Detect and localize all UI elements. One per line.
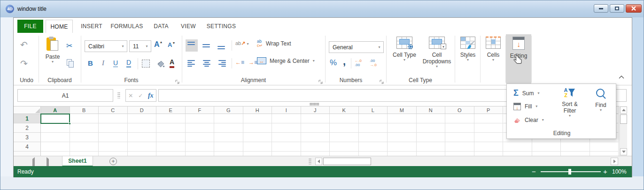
align-right-button[interactable] [216, 57, 228, 69]
grid-cell-F1[interactable] [186, 114, 215, 123]
enter-icon[interactable]: ✓ [138, 92, 143, 99]
alignment-dialog-launcher[interactable] [318, 78, 323, 83]
tab-settings[interactable]: SETTINGS [204, 20, 238, 33]
grid-cell-G2[interactable] [214, 123, 243, 133]
grid-cell-K[interactable] [330, 152, 359, 156]
paste-button[interactable]: Paste ▾ [42, 37, 63, 64]
grid-cell-M2[interactable] [388, 123, 417, 133]
merge-center-button[interactable]: ↔ Merge & Center ▾ [257, 57, 315, 64]
redo-button[interactable]: ↷ [20, 58, 28, 69]
grid-cell-M3[interactable] [388, 133, 417, 142]
grid-cell-J1[interactable] [301, 114, 330, 123]
grid-cell-I4[interactable] [272, 142, 301, 152]
cancel-icon[interactable]: ✕ [128, 92, 133, 99]
shrink-font-button[interactable]: A▼ [168, 41, 175, 48]
grid-cell-P4[interactable] [474, 142, 504, 152]
grid-cell-M[interactable] [388, 152, 417, 156]
grid-cell-J4[interactable] [301, 142, 330, 152]
grid-cell-A2[interactable] [41, 123, 70, 133]
tab-file[interactable]: FILE [17, 20, 43, 33]
cell-dropdowns-button[interactable]: ▾ Cell Dropdowns ▾ [421, 37, 452, 68]
grid-cell-H2[interactable] [243, 123, 272, 133]
grid-cell-D4[interactable] [128, 142, 157, 152]
grid-cell-N2[interactable] [417, 123, 446, 133]
grid-cell-E4[interactable] [156, 142, 186, 152]
grid-cell-I[interactable] [272, 152, 301, 156]
grid-cell-Q[interactable] [503, 152, 532, 156]
column-header-D[interactable]: D [128, 106, 157, 114]
font-size-combo[interactable]: 11 ▾ [129, 40, 151, 52]
row-header-partial[interactable] [14, 152, 41, 156]
grid-cell-C4[interactable] [99, 142, 128, 152]
increase-indent-button[interactable]: →≡ [248, 59, 257, 66]
styles-button[interactable]: Styles ▾ [457, 37, 479, 62]
grid-cell-O4[interactable] [445, 142, 474, 152]
grid-cell-I1[interactable] [272, 114, 301, 123]
grid-cell-N1[interactable] [417, 114, 446, 123]
scroll-up-button[interactable] [620, 106, 627, 114]
row-header-3[interactable]: 3 [14, 133, 41, 142]
column-header-G[interactable]: G [214, 106, 243, 114]
grid-cell-J[interactable] [301, 152, 330, 156]
close-button[interactable] [626, 4, 642, 13]
sheet-tab-sheet1[interactable]: Sheet1 [62, 156, 93, 167]
column-header-L[interactable]: L [359, 106, 388, 114]
grid-cell-K1[interactable] [330, 114, 359, 123]
grid-cell-H1[interactable] [243, 114, 272, 123]
tab-view[interactable]: VIEW [177, 20, 200, 33]
vertical-scrollbar[interactable] [619, 106, 627, 156]
name-box[interactable]: A1 [17, 89, 113, 102]
grid-cell-O[interactable] [445, 152, 474, 156]
grid-cell-O2[interactable] [445, 123, 474, 133]
column-header-P[interactable]: P [474, 106, 504, 114]
increase-decimal-button[interactable]: .00→.0 [370, 59, 377, 67]
row-header-2[interactable]: 2 [14, 123, 41, 133]
formula-bar-resize-grip[interactable] [310, 103, 319, 106]
grid-cell-C2[interactable] [99, 123, 128, 133]
grid-cell-P[interactable] [474, 152, 504, 156]
grid-cell-D3[interactable] [128, 133, 157, 142]
grid-cell-E[interactable] [156, 152, 186, 156]
column-header-O[interactable]: O [445, 106, 474, 114]
clear-button[interactable]: Clear ▾ [513, 117, 544, 123]
column-header-M[interactable]: M [388, 106, 417, 114]
grid-cell-F[interactable] [186, 152, 215, 156]
grid-cell-Q4[interactable] [503, 142, 532, 152]
hscroll-splitter[interactable] [309, 158, 311, 165]
column-header-E[interactable]: E [156, 106, 186, 114]
scroll-down-button[interactable] [620, 148, 627, 155]
grid-cell-M1[interactable] [388, 114, 417, 123]
tab-data[interactable]: DATA [150, 20, 172, 33]
grid-cell-N3[interactable] [417, 133, 446, 142]
grid-cell-J3[interactable] [301, 133, 330, 142]
grid-cell-P3[interactable] [474, 133, 504, 142]
grid-cell-O3[interactable] [445, 133, 474, 142]
grid-cell-G4[interactable] [214, 142, 243, 152]
vertical-scroll-thumb[interactable] [620, 114, 627, 124]
grid-cell-L[interactable] [359, 152, 388, 156]
grid-cell-G[interactable] [214, 152, 243, 156]
grid-cell-C3[interactable] [99, 133, 128, 142]
find-button[interactable]: Find ▾ [590, 88, 611, 112]
column-header-J[interactable]: J [301, 106, 330, 114]
grid-cell-E3[interactable] [156, 133, 186, 142]
grid-cell-G3[interactable] [214, 133, 243, 142]
grid-cell-D2[interactable] [128, 123, 157, 133]
grid-cell-F3[interactable] [186, 133, 215, 142]
grid-cell-F4[interactable] [186, 142, 215, 152]
column-header-B[interactable]: B [70, 106, 99, 114]
grid-cell-T4[interactable] [590, 142, 619, 152]
grid-cell-J2[interactable] [301, 123, 330, 133]
grid-cell-L3[interactable] [359, 133, 388, 142]
grid-cell-A4[interactable] [41, 142, 70, 152]
sort-filter-button[interactable]: AZ Sort & Filter ▾ [556, 88, 584, 118]
row-header-4[interactable]: 4 [14, 142, 41, 152]
align-left-button[interactable] [186, 57, 198, 69]
grow-font-button[interactable]: A▲ [154, 40, 163, 49]
grid-cell-H[interactable] [243, 152, 272, 156]
decrease-decimal-button[interactable]: ←.0.00 [355, 59, 362, 67]
grid-cell-E1[interactable] [156, 114, 186, 123]
grid-cell-B4[interactable] [70, 142, 99, 152]
number-format-combo[interactable]: General ▾ [329, 41, 384, 53]
title-bar[interactable]: 4D window title [0, 0, 644, 17]
